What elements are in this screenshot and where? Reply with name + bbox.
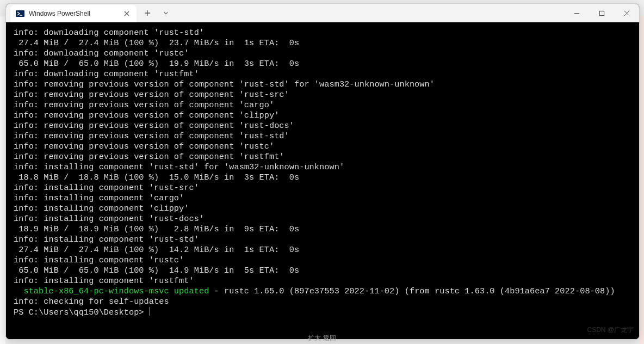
terminal-line: info: downloading component 'rustc': [14, 48, 633, 59]
right-background-clip: [640, 16, 644, 344]
terminal-line: 18.8 MiB / 18.8 MiB (100 %) 15.0 MiB/s i…: [14, 173, 633, 183]
terminal-line: stable-x86_64-pc-windows-msvc updated - …: [14, 286, 633, 297]
terminal-line: info: removing previous version of compo…: [14, 152, 633, 162]
svg-rect-3: [599, 11, 604, 15]
terminal-line: 27.4 MiB / 27.4 MiB (100 %) 14.2 MiB/s i…: [14, 245, 633, 255]
terminal-line: 27.4 MiB / 27.4 MiB (100 %) 23.7 MiB/s i…: [14, 38, 633, 48]
close-button[interactable]: [614, 4, 639, 22]
update-status: stable-x86_64-pc-windows-msvc updated: [14, 286, 209, 296]
terminal-line: info: installing component 'cargo': [14, 193, 633, 204]
terminal-line: info: installing component 'clippy': [14, 204, 633, 214]
terminal-line: info: downloading component 'rust-std': [14, 28, 633, 38]
tab-controls: [137, 4, 177, 22]
terminal-line: info: installing component 'rust-std' fo…: [14, 162, 633, 173]
terminal-line: info: removing previous version of compo…: [14, 121, 633, 131]
watermark: CSDN @广龙宇: [587, 325, 634, 335]
window-controls: [564, 4, 639, 22]
terminal-line: 18.9 MiB / 18.9 MiB (100 %) 2.8 MiB/s in…: [14, 224, 633, 235]
maximize-button[interactable]: [589, 4, 614, 22]
window-titlebar[interactable]: Windows PowerShell: [6, 4, 639, 22]
terminal-line: info: removing previous version of compo…: [14, 100, 633, 110]
terminal-line: info: removing previous version of compo…: [14, 79, 633, 90]
new-tab-button[interactable]: [140, 5, 155, 21]
cursor: [150, 307, 150, 316]
titlebar-drag-area[interactable]: [177, 4, 564, 22]
bottom-hint: 扩大 返回: [308, 334, 336, 343]
terminal-line: info: removing previous version of compo…: [14, 90, 633, 100]
prompt-line[interactable]: PS C:\Users\qq150\Desktop>: [14, 307, 633, 318]
terminal-line: info: installing component 'rustfmt': [14, 276, 633, 286]
minimize-button[interactable]: [564, 4, 589, 22]
terminal-line: info: removing previous version of compo…: [14, 131, 633, 142]
left-background-clip: [0, 16, 5, 344]
tab-dropdown-button[interactable]: [158, 5, 174, 21]
terminal-line: 65.0 MiB / 65.0 MiB (100 %) 19.9 MiB/s i…: [14, 59, 633, 69]
terminal-line: info: removing previous version of compo…: [14, 142, 633, 152]
terminal-line: info: checking for self-updates: [14, 297, 633, 307]
terminal-line: info: installing component 'rust-std': [14, 235, 633, 245]
terminal-line: info: installing component 'rust-docs': [14, 214, 633, 224]
tab-powershell[interactable]: Windows PowerShell: [10, 5, 137, 22]
terminal-line: info: installing component 'rust-src': [14, 183, 633, 193]
powershell-icon: [16, 9, 24, 18]
terminal-window: Windows PowerShell info: d: [5, 3, 640, 340]
terminal-line: 65.0 MiB / 65.0 MiB (100 %) 14.9 MiB/s i…: [14, 266, 633, 276]
terminal-line: info: installing component 'rustc': [14, 255, 633, 266]
terminal-line: info: downloading component 'rustfmt': [14, 69, 633, 79]
terminal-line: info: removing previous version of compo…: [14, 110, 633, 121]
terminal-output[interactable]: info: downloading component 'rust-std' 2…: [6, 22, 639, 339]
tab-close-button[interactable]: [122, 9, 131, 18]
tab-title: Windows PowerShell: [29, 10, 118, 17]
